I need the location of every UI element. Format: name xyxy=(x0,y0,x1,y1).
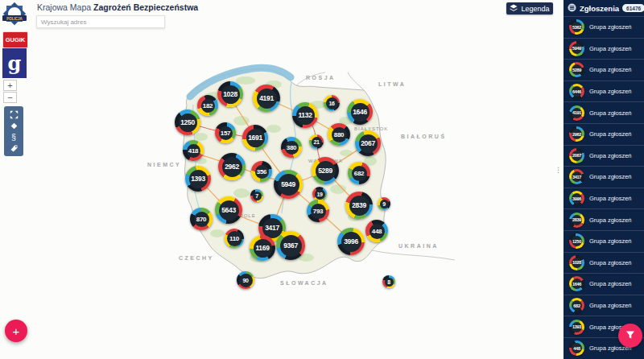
map-cluster[interactable]: 356 xyxy=(251,161,272,182)
cluster-count: 880 xyxy=(332,127,347,142)
search-input[interactable] xyxy=(36,15,165,28)
report-group-row[interactable]: 4191 Grupa zgłoszeń xyxy=(564,101,644,123)
cluster-count: 19 xyxy=(315,189,325,200)
cluster-count: 793 xyxy=(311,204,326,219)
report-group-row[interactable]: 1028 Grupa zgłoszeń xyxy=(564,252,644,274)
report-group-row[interactable]: 2839 Grupa zgłoszeń xyxy=(564,208,644,230)
cluster-count: 1646 xyxy=(351,103,369,122)
map-cluster[interactable]: 21 xyxy=(309,134,324,149)
map-cluster[interactable]: 2839 xyxy=(345,192,373,219)
report-group-row[interactable]: 2962 Grupa zgłoszeń xyxy=(564,123,644,145)
panel-drag-handle[interactable]: ⋮ xyxy=(555,168,561,172)
marker-diamond-icon[interactable] xyxy=(8,121,19,131)
report-group-row[interactable]: 1646 Grupa zgłoszeń xyxy=(564,273,644,295)
cluster-pie-icon: 5949 xyxy=(569,41,584,56)
cluster-layer: 1028182419116164611321250157169188021206… xyxy=(0,0,564,359)
map-cluster[interactable]: 1169 xyxy=(250,235,275,261)
map-cluster[interactable]: 182 xyxy=(197,95,218,116)
report-group-row[interactable]: 1250 Grupa zgłoszeń xyxy=(564,230,644,252)
cluster-count: 5289 xyxy=(316,161,336,181)
map-cluster[interactable]: 1691 xyxy=(242,125,268,151)
map-cluster[interactable]: 9367 xyxy=(276,231,305,260)
group-count: 2067 xyxy=(572,151,582,161)
map-cluster[interactable]: 1132 xyxy=(292,102,318,128)
police-logo[interactable]: POLICJA xyxy=(2,1,28,30)
group-label: Grupa zgłoszeń xyxy=(589,173,632,180)
group-label: Grupa zgłoszeń xyxy=(589,195,632,202)
reports-count-badge: 61476 xyxy=(622,4,644,12)
cluster-pie-icon: 1028 xyxy=(569,255,584,270)
add-report-button[interactable]: + xyxy=(5,320,27,342)
map-cluster[interactable]: 448 xyxy=(365,220,388,242)
report-group-row[interactable]: 3417 Grupa zgłoszeń xyxy=(564,166,644,188)
group-count: 5362 xyxy=(572,22,582,32)
cluster-count: 1250 xyxy=(179,113,197,132)
cluster-count: 3996 xyxy=(341,232,361,252)
map-cluster[interactable]: 1250 xyxy=(175,109,200,135)
group-count: 1393 xyxy=(572,322,582,332)
map-cluster[interactable]: 90 xyxy=(237,271,254,289)
map-cluster[interactable]: 5949 xyxy=(274,170,303,199)
cluster-count: 870 xyxy=(194,212,209,227)
map-cluster[interactable]: 157 xyxy=(215,122,236,143)
cluster-count: 1169 xyxy=(254,239,272,258)
fullscreen-icon[interactable] xyxy=(8,109,19,120)
cluster-count: 1393 xyxy=(189,170,208,188)
report-group-row[interactable]: 6446 Grupa zgłoszeń xyxy=(564,80,644,102)
map-cluster[interactable]: 5289 xyxy=(312,157,339,184)
filter-button[interactable] xyxy=(618,324,642,348)
report-group-row[interactable]: 5949 Grupa zgłoszeń xyxy=(564,38,644,60)
map-cluster[interactable]: 2067 xyxy=(355,130,381,156)
map-cluster[interactable]: 1028 xyxy=(217,81,243,107)
zoom-out-button[interactable]: − xyxy=(3,92,17,103)
page-title: Krajowa Mapa Zagrożeń Bezpieczeństwa xyxy=(37,2,198,12)
menu-circle-icon[interactable] xyxy=(568,1,576,15)
map-cluster[interactable]: 1646 xyxy=(347,99,373,125)
report-group-row[interactable]: 5289 Grupa zgłoszeń xyxy=(564,59,644,80)
map-cluster[interactable]: 5643 xyxy=(215,196,242,224)
map-cluster[interactable]: 880 xyxy=(328,123,350,146)
cluster-count: 1028 xyxy=(221,85,240,104)
map-cluster[interactable]: 8 xyxy=(382,275,395,288)
zoom-in-button[interactable]: + xyxy=(3,80,17,91)
group-label: Grupa zgłoszeń xyxy=(589,45,632,52)
report-group-row[interactable]: 2067 Grupa zgłoszeń xyxy=(564,145,644,167)
map-cluster[interactable]: 4191 xyxy=(253,85,280,112)
geoportal-logo[interactable]: g xyxy=(2,48,27,78)
paragraph-icon[interactable]: § xyxy=(8,132,19,142)
map-cluster[interactable]: 1393 xyxy=(185,166,211,192)
cluster-pie-icon: 5289 xyxy=(569,62,584,77)
report-group-row[interactable]: 3996 Grupa zgłoszeń xyxy=(564,188,644,209)
map-cluster[interactable]: 3996 xyxy=(337,228,365,255)
cluster-count: 21 xyxy=(312,137,322,147)
map-cluster[interactable]: 2962 xyxy=(218,153,246,180)
map-cluster[interactable]: 16 xyxy=(324,95,340,111)
layers-icon xyxy=(510,4,518,14)
title-regular: Krajowa Mapa xyxy=(37,2,91,12)
map-cluster[interactable]: 418 xyxy=(183,140,204,161)
tag-icon[interactable] xyxy=(8,143,19,154)
group-count: 1646 xyxy=(572,279,582,289)
group-count: 1250 xyxy=(572,236,582,246)
cluster-count: 16 xyxy=(326,97,338,109)
map-cluster[interactable]: 870 xyxy=(190,208,213,230)
reports-panel: Zgłoszenia 61476 5362 Grupa zgłoszeń 594… xyxy=(564,0,644,359)
map-canvas[interactable]: ROSJA LITWA BIAŁORUŚ NIEMCY CZECHY SŁOWA… xyxy=(0,0,564,359)
legend-button[interactable]: Legenda xyxy=(506,2,553,14)
cluster-count: 682 xyxy=(352,166,367,181)
report-group-row[interactable]: 682 Grupa zgłoszeń xyxy=(564,295,644,316)
map-cluster[interactable]: 682 xyxy=(348,162,370,184)
group-label: Grupa zgłoszeń xyxy=(589,302,632,309)
cluster-count: 448 xyxy=(369,224,385,239)
map-cluster[interactable]: 9 xyxy=(378,197,390,210)
map-cluster[interactable]: 380 xyxy=(281,137,302,158)
cluster-pie-icon: 2067 xyxy=(569,148,584,163)
group-count: 1028 xyxy=(572,258,582,268)
map-cluster[interactable]: 793 xyxy=(307,200,329,222)
cluster-count: 5949 xyxy=(278,174,299,196)
map-cluster[interactable]: 7 xyxy=(250,189,263,202)
gugik-logo[interactable]: GUGiK xyxy=(2,31,28,48)
map-cluster[interactable]: 110 xyxy=(225,229,244,248)
report-group-row[interactable]: 5362 Grupa zgłoszeń xyxy=(564,16,644,38)
cluster-pie-icon: 5362 xyxy=(569,19,584,35)
